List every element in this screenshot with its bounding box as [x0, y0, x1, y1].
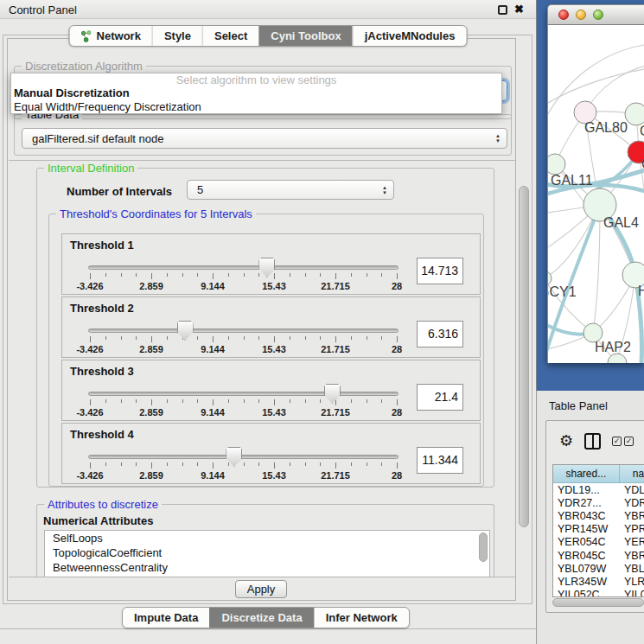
list-item-betweennesscentrality[interactable]: BetweennessCentrality [45, 560, 489, 575]
cell-name: YDR2 [621, 497, 644, 509]
zoom-traffic-light-icon[interactable] [593, 10, 603, 20]
table-data-combo-value: galFiltered.sif default node [32, 132, 163, 145]
table-data-combo[interactable]: galFiltered.sif default node ▲ ▼ [22, 128, 507, 149]
scrollbar-thumb[interactable] [552, 598, 644, 607]
gear-icon[interactable]: ⚙ [559, 433, 573, 449]
threshold-slider[interactable]: -3.4262.8599.14415.4321.71528 [90, 360, 397, 420]
network-window-titlebar[interactable] [547, 4, 644, 25]
tab-network[interactable]: Network [70, 26, 152, 46]
column-header-1[interactable]: shared... [553, 465, 620, 483]
tab-jactivemnodules[interactable]: jActiveMNodules [353, 26, 467, 46]
cell-shared-name: YER054C [553, 536, 621, 548]
thresholds-group: Threshold's Coordinates for 5 Intervals … [48, 214, 484, 487]
cell-name: YLR3 [621, 576, 644, 588]
network-canvas[interactable]: GAL80 GA C GAL11 GAL4 GCY1 H HAP2 [547, 25, 644, 363]
numerical-attributes-listbox[interactable]: SelfLoopsTopologicalCoefficientBetweenne… [44, 530, 490, 577]
minimize-traffic-light-icon[interactable] [576, 10, 586, 20]
threshold-slider[interactable]: -3.4262.8599.14415.4321.71528 [90, 424, 397, 483]
slider-tick-labels: -3.4262.8599.14415.4321.71528 [90, 344, 397, 354]
group-title: Interval Definition [44, 162, 137, 175]
control-panel: Control Panel ✖ NetworkStyleSelectCyni T… [0, 0, 536, 644]
column-header-2[interactable]: na [620, 465, 644, 483]
cell-shared-name: YBR043C [553, 510, 621, 522]
table-row[interactable]: YPR145WYPR1 [553, 523, 644, 536]
network-node-gal11[interactable] [548, 154, 565, 175]
checkbox-icon[interactable]: ✓ [612, 437, 622, 446]
cell-name: YPR1 [621, 523, 644, 535]
network-icon [81, 30, 92, 42]
threshold-value-field[interactable]: 14.713 [417, 258, 463, 284]
network-view-pane: GAL80 GA C GAL11 GAL4 GCY1 H HAP2 [536, 0, 644, 391]
cell-name: YBL0 [621, 563, 644, 575]
table-row[interactable]: YLR345WYLR3 [553, 575, 644, 588]
table-row[interactable]: YIL052CYIL0 [553, 589, 644, 598]
close-icon[interactable]: ✖ [514, 4, 524, 15]
bottom-tabs: Impute DataDiscretize DataInfer Network [122, 607, 410, 628]
cell-name: YER0 [621, 536, 644, 548]
network-window: GAL80 GA C GAL11 GAL4 GCY1 H HAP2 [547, 4, 644, 363]
threshold-value-field[interactable]: 11.344 [417, 447, 463, 474]
number-of-intervals-combo[interactable]: 5 ▲ ▼ [187, 180, 394, 200]
tab-style[interactable]: Style [152, 26, 202, 46]
cell-shared-name: YLR345W [553, 576, 621, 588]
cell-shared-name: YDR27... [553, 497, 621, 509]
table-row[interactable]: YBL079WYBL0 [553, 562, 644, 575]
table-toolbar: ⚙ ✓ ✓ [546, 421, 644, 461]
stepper-down-icon: ▼ [382, 190, 387, 195]
threshold-slider[interactable]: -3.4262.8599.14415.4321.71528 [90, 234, 397, 294]
cell-shared-name: YDL19... [553, 484, 621, 496]
node-label-gcy1: GCY1 [548, 284, 577, 299]
cell-shared-name: YPR145W [553, 523, 621, 535]
network-node-right-top[interactable] [625, 103, 644, 125]
float-window-icon[interactable] [498, 5, 507, 15]
group-title: Threshold's Coordinates for 5 Intervals [56, 207, 256, 220]
table-row[interactable]: YBR045CYBR0 [553, 549, 644, 562]
tab-select[interactable]: Select [202, 26, 258, 46]
popup-item-equal-width-frequency-discretization[interactable]: Equal Width/Frequency Discretization [11, 100, 501, 114]
slider-ticks [90, 273, 397, 280]
threshold-panel-2: Threshold 2-3.4262.8599.14415.4321.71528… [61, 296, 481, 358]
tab-label: Discretize Data [221, 611, 302, 624]
close-traffic-light-icon[interactable] [558, 10, 569, 20]
list-scrollbar[interactable] [479, 532, 488, 562]
table-row[interactable]: YDL19...YDL1 [553, 483, 644, 496]
table-row[interactable]: YDR27...YDR2 [553, 496, 644, 509]
list-item-selfloops[interactable]: SelfLoops [45, 531, 489, 545]
table-row[interactable]: YBR043CYBR0 [553, 509, 644, 522]
threshold-slider[interactable]: -3.4262.8599.14415.4321.71528 [90, 297, 397, 357]
node-label-gal80: GAL80 [584, 120, 628, 135]
bottom-tab-infer-network[interactable]: Infer Network [314, 608, 409, 628]
threshold-value-field[interactable]: 21.4 [417, 384, 463, 411]
cell-shared-name: YBL079W [553, 563, 621, 575]
split-pane-icon[interactable] [584, 433, 601, 450]
stepper-down-icon: ▼ [495, 138, 501, 143]
tab-cyni-toolbox[interactable]: Cyni Toolbox [258, 26, 352, 46]
slider-tick-labels: -3.4262.8599.14415.4321.71528 [90, 470, 397, 481]
group-title: Discretization Algorithm [22, 60, 146, 73]
cell-shared-name: YIL052C [553, 589, 621, 597]
table-panel-box: ⚙ ✓ ✓ shared...na YDL19...YDL1YDR27...YD… [545, 420, 644, 613]
slider-track [88, 265, 399, 270]
slider-tick-labels: -3.4262.8599.14415.4321.71528 [90, 281, 397, 291]
list-item-topologicalcoefficient[interactable]: TopologicalCoefficient [45, 545, 489, 560]
slider-ticks [90, 462, 397, 469]
node-label-gal11: GAL11 [551, 173, 593, 188]
panel-vertical-scrollbar[interactable] [519, 186, 529, 527]
apply-button[interactable]: Apply [235, 580, 287, 598]
popup-item-manual-discretization[interactable]: Manual Discretization [11, 86, 501, 100]
bottom-tab-discretize-data[interactable]: Discretize Data [209, 608, 313, 628]
slider-ticks [90, 336, 397, 343]
checkbox-icon[interactable]: ✓ [624, 437, 634, 446]
threshold-value-field[interactable]: 6.316 [417, 321, 463, 348]
interval-definition-group: Interval Definition Number of Intervals … [36, 168, 494, 488]
table-horizontal-scrollbar[interactable] [552, 598, 644, 608]
node-attribute-table[interactable]: shared...na YDL19...YDL1YDR27...YDR2YBR0… [552, 464, 644, 597]
threshold-panel-1: Threshold 1-3.4262.8599.14415.4321.71528… [61, 233, 481, 295]
number-of-intervals-label: Number of Intervals [67, 185, 172, 198]
node-label-gal4: GAL4 [603, 215, 639, 230]
slider-track [88, 392, 399, 396]
cell-name: YDL1 [621, 484, 644, 496]
network-graph[interactable]: GAL80 GA C GAL11 GAL4 GCY1 H HAP2 [548, 25, 644, 363]
bottom-tab-impute-data[interactable]: Impute Data [123, 608, 209, 628]
table-row[interactable]: YER054CYER0 [553, 536, 644, 549]
